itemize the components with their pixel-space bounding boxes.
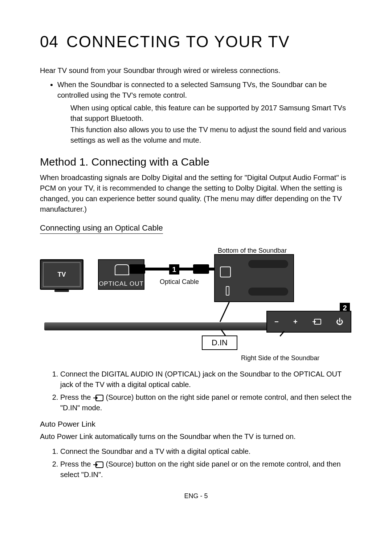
intro-sub-2: This function also allows you to use the… <box>70 125 352 146</box>
auto-power-link-desc: Auto Power Link automatically turns on t… <box>40 431 352 442</box>
optical-cable-label: Optical Cable <box>160 278 199 286</box>
page-footer: ENG - 5 <box>40 492 352 500</box>
method1-desc: When broadcasting signals are Dolby Digi… <box>40 172 352 215</box>
intro-text: Hear TV sound from your Soundbar through… <box>40 65 352 76</box>
power-icon: ⏻ <box>336 318 343 326</box>
volume-down-icon: − <box>274 318 279 326</box>
tv-illustration: TV <box>40 259 83 290</box>
volume-up-icon: + <box>293 318 298 326</box>
chapter-number: 04 <box>40 33 58 51</box>
panel-slot-1 <box>248 260 288 268</box>
optical-diagram: Bottom of the Soundbar TV OPTICAL OUT 1 … <box>40 248 352 365</box>
optical-port-icon <box>115 264 129 275</box>
soundbar-bottom-panel <box>214 254 294 302</box>
apl-steps: Connect the Soundbar and a TV with a dig… <box>40 446 352 480</box>
tv-optical-out-panel: OPTICAL OUT <box>98 259 144 290</box>
apl-step-1: Connect the Soundbar and a TV with a dig… <box>60 446 352 457</box>
tv-stand <box>54 290 69 292</box>
intro-sub-1: When using optical cable, this feature c… <box>70 103 352 124</box>
caption-bottom-of-soundbar: Bottom of the Soundbar <box>218 247 287 255</box>
intro-bullets: When the Soundbar is connected to a sele… <box>40 80 352 101</box>
optical-steps: Connect the DIGITAL AUDIO IN (OPTICAL) j… <box>40 369 352 413</box>
source-icon <box>93 395 104 401</box>
panel-bolt <box>226 286 229 296</box>
callout-line-1 <box>220 302 230 322</box>
source-icon <box>93 461 104 468</box>
chapter-title: CONNECTING TO YOUR TV <box>66 33 290 51</box>
method1-title: Method 1. Connecting with a Cable <box>40 156 352 168</box>
intro-bullet-1: When the Soundbar is connected to a sele… <box>57 80 352 101</box>
optical-step-2: Press the (Source) button on the right s… <box>60 392 352 413</box>
step2-text-b: (Source) button on the right side panel … <box>60 393 352 412</box>
tv-label: TV <box>43 262 81 287</box>
page: 04 CONNECTING TO YOUR TV Hear TV sound f… <box>0 0 392 522</box>
optical-out-label: OPTICAL OUT <box>99 279 144 289</box>
step2-text-a: Press the <box>60 393 93 401</box>
source-icon <box>312 318 322 325</box>
apl-step-2: Press the (Source) button on the right s… <box>60 459 352 480</box>
soundbar-side-panel: − + ⏻ <box>266 311 351 333</box>
chapter-heading: 04 CONNECTING TO YOUR TV <box>40 33 352 51</box>
din-label-box: D.IN <box>202 335 237 350</box>
optical-plug-right <box>193 264 209 274</box>
auto-power-link-title: Auto Power Link <box>40 420 352 428</box>
optical-subtitle: Connecting using an Optical Cable <box>40 223 163 234</box>
step-badge-1: 1 <box>169 264 179 274</box>
intro-sublist: When using optical cable, this feature c… <box>40 103 352 146</box>
optical-step-1: Connect the DIGITAL AUDIO IN (OPTICAL) j… <box>60 369 352 390</box>
digital-audio-in-jack-icon <box>220 267 231 277</box>
apl-step2-text-a: Press the <box>60 460 93 468</box>
caption-right-side: Right Side of the Soundbar <box>241 354 319 362</box>
panel-slot-2 <box>248 288 288 296</box>
